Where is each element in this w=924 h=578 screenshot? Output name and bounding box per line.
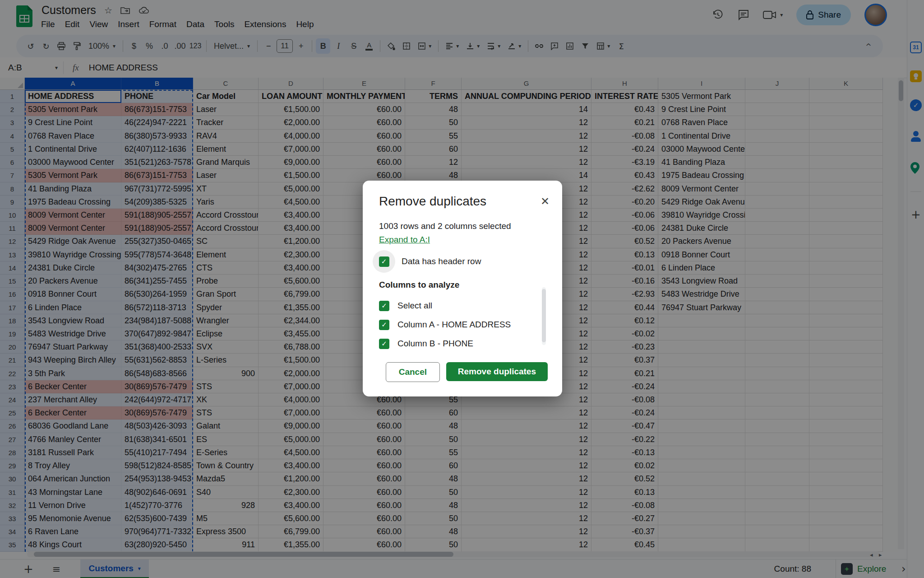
dialog-column-option: ✓Column A - HOME ADDRESS xyxy=(379,315,546,334)
cancel-button[interactable]: Cancel xyxy=(386,362,440,382)
checkbox-halo: ✓ xyxy=(373,250,395,273)
checkbox-checked-icon[interactable]: ✓ xyxy=(379,320,389,330)
columns-section-title: Columns to analyze xyxy=(379,280,546,291)
checkbox-label: Column B - PHONE xyxy=(397,339,473,349)
expand-range-link[interactable]: Expand to A:I xyxy=(379,235,430,246)
close-icon[interactable]: ✕ xyxy=(541,195,550,208)
remove-duplicates-button[interactable]: Remove duplicates xyxy=(446,362,548,381)
columns-list: ✓Select all✓Column A - HOME ADDRESS✓Colu… xyxy=(379,296,546,353)
checkbox-checked-icon[interactable]: ✓ xyxy=(379,339,389,349)
dialog-column-option: ✓Column B - PHONE xyxy=(379,334,546,353)
checkbox-checked-icon[interactable]: ✓ xyxy=(379,301,389,311)
dialog-scrollbar-thumb[interactable] xyxy=(542,289,546,342)
checkbox-label[interactable]: Data has header row xyxy=(402,256,481,266)
dialog-column-option: ✓Select all xyxy=(379,296,546,315)
selection-summary: 1003 rows and 2 columns selected xyxy=(379,221,546,232)
dialog-title: Remove duplicates xyxy=(379,194,546,210)
checkbox-checked-icon[interactable]: ✓ xyxy=(379,256,389,267)
checkbox-label: Select all xyxy=(397,301,432,311)
checkbox-label: Column A - HOME ADDRESS xyxy=(397,320,511,330)
header-row-option: ✓ Data has header row xyxy=(373,250,562,273)
remove-duplicates-dialog: Remove duplicates ✕ 1003 rows and 2 colu… xyxy=(363,181,562,396)
